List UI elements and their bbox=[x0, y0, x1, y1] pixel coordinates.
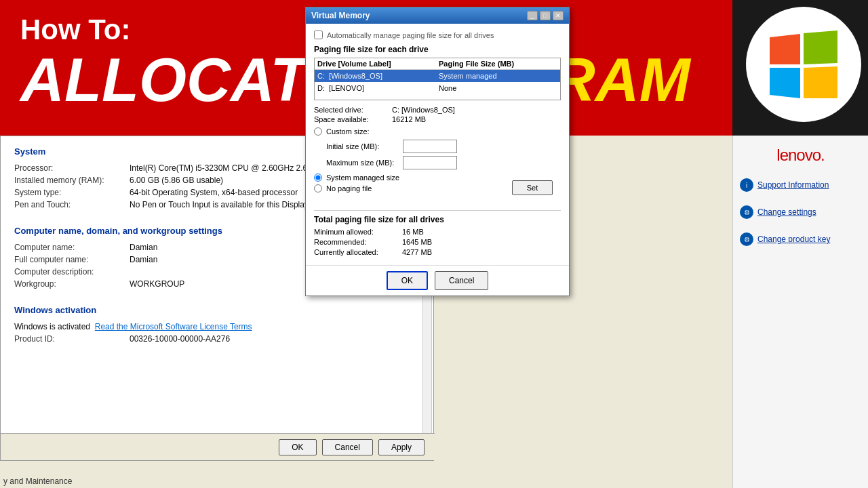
auto-manage-row: Automatically manage paging file size fo… bbox=[314, 30, 561, 39]
scrollbar[interactable] bbox=[422, 272, 432, 441]
product-id-row: Product ID: 00326-10000-00000-AA276 bbox=[14, 334, 420, 344]
drives-table-header: Drive [Volume Label] Paging File Size (M… bbox=[315, 58, 560, 70]
support-link-text: Support Information bbox=[757, 180, 829, 190]
dialog-title: Virtual Memory bbox=[311, 11, 370, 20]
selected-drive-label: Selected drive: bbox=[314, 106, 389, 114]
activation-row: Windows is activated Read the Microsoft … bbox=[14, 322, 420, 331]
initial-size-row: Initial size (MB): bbox=[326, 140, 561, 153]
total-section: Total paging file size for all drives Mi… bbox=[314, 210, 561, 256]
svg-marker-0 bbox=[770, 34, 800, 64]
bottom-left-text: y and Maintenance bbox=[0, 474, 75, 488]
change-settings-text: Change settings bbox=[757, 207, 816, 217]
full-name-value: Damian bbox=[130, 255, 157, 264]
initial-size-label: Initial size (MB): bbox=[326, 142, 397, 150]
custom-size-radio-row: Custom size: bbox=[314, 127, 561, 136]
minimum-allowed-row: Minimum allowed: 16 MB bbox=[314, 228, 561, 236]
processor-label: Processor: bbox=[14, 163, 130, 173]
dialog-footer: OK Cancel bbox=[306, 265, 569, 296]
currently-allocated-row: Currently allocated: 4277 MB bbox=[314, 248, 561, 256]
system-managed-radio[interactable] bbox=[314, 174, 322, 182]
change-settings-link[interactable]: ⚙ Change settings bbox=[740, 205, 861, 219]
description-label: Computer description: bbox=[14, 267, 130, 277]
drive-col-header: Drive [Volume Label] bbox=[315, 58, 436, 70]
product-id-value: 00326-10000-00000-AA276 bbox=[130, 334, 230, 344]
ram-value: 6.00 GB (5.86 GB usable) bbox=[130, 176, 223, 185]
activation-section-title: Windows activation bbox=[14, 305, 420, 315]
set-button[interactable]: Set bbox=[512, 180, 553, 195]
initial-size-input[interactable] bbox=[403, 140, 457, 153]
selected-drive-row: Selected drive: C: [Windows8_OS] bbox=[314, 106, 561, 114]
lenovo-logo: lenovo. bbox=[740, 146, 861, 165]
svg-marker-1 bbox=[804, 30, 837, 64]
processor-value: Intel(R) Core(TM) i5-3230M CPU @ 2.60GHz… bbox=[130, 163, 330, 173]
virtual-memory-dialog: Virtual Memory _ □ ✕ Automatically manag… bbox=[305, 7, 570, 296]
drive-row[interactable]: C: [Windows8_OS]System managed bbox=[315, 70, 560, 83]
license-link[interactable]: Read the Microsoft Software License Term… bbox=[95, 322, 252, 331]
dialog-titlebar: Virtual Memory _ □ ✕ bbox=[306, 7, 569, 24]
dialog-cancel-button[interactable]: Cancel bbox=[435, 271, 488, 290]
ram-label: Installed memory (RAM): bbox=[14, 176, 130, 185]
paging-section-label: Paging file size for each drive bbox=[314, 45, 561, 54]
drives-table-container: Drive [Volume Label] Paging File Size (M… bbox=[314, 58, 561, 100]
computer-name-label: Computer name: bbox=[14, 243, 130, 252]
cancel-button[interactable]: Cancel bbox=[322, 439, 373, 455]
computer-name-value: Damian bbox=[130, 243, 157, 252]
workgroup-value: WORKGROUP bbox=[130, 279, 184, 289]
drive-row[interactable]: D: [LENOVO]None bbox=[315, 82, 560, 94]
maximize-button[interactable]: □ bbox=[540, 11, 551, 20]
dialog-window-controls: _ □ ✕ bbox=[527, 11, 564, 20]
pen-touch-value: No Pen or Touch Input is available for t… bbox=[130, 200, 309, 209]
auto-manage-label: Automatically manage paging file size fo… bbox=[327, 31, 494, 39]
max-size-input[interactable] bbox=[403, 156, 457, 169]
bottom-bar: OK Cancel Apply bbox=[1, 433, 435, 460]
lenovo-logo-text: lenovo. bbox=[776, 146, 824, 164]
recommended-value: 1645 MB bbox=[402, 238, 432, 246]
full-name-label: Full computer name: bbox=[14, 255, 130, 264]
pen-touch-label: Pen and Touch: bbox=[14, 200, 130, 209]
svg-marker-3 bbox=[804, 66, 837, 98]
currently-allocated-value: 4277 MB bbox=[402, 248, 432, 256]
selected-drive-value: C: [Windows8_OS] bbox=[392, 106, 455, 114]
change-product-key-link[interactable]: ⚙ Change product key bbox=[740, 232, 861, 246]
no-paging-label: No paging file bbox=[326, 184, 372, 192]
windows-logo-icon bbox=[760, 20, 848, 108]
allocate-label: ALLOCATE bbox=[20, 46, 348, 114]
custom-size-radio[interactable] bbox=[314, 127, 322, 136]
drives-table: Drive [Volume Label] Paging File Size (M… bbox=[315, 58, 560, 94]
dialog-content: Automatically manage paging file size fo… bbox=[306, 24, 569, 265]
support-information-link[interactable]: i Support Information bbox=[740, 178, 861, 192]
recommended-row: Recommended: 1645 MB bbox=[314, 238, 561, 246]
auto-manage-checkbox[interactable] bbox=[314, 30, 323, 39]
ok-button[interactable]: OK bbox=[279, 439, 316, 455]
system-type-value: 64-bit Operating System, x64-based proce… bbox=[130, 188, 298, 197]
svg-marker-2 bbox=[770, 68, 800, 98]
currently-allocated-label: Currently allocated: bbox=[314, 248, 402, 256]
space-available-value: 16212 MB bbox=[392, 115, 426, 123]
windows-logo-circle bbox=[746, 7, 861, 122]
space-available-label: Space available: bbox=[314, 115, 389, 123]
right-panel: lenovo. i Support Information ⚙ Change s… bbox=[732, 136, 868, 488]
custom-size-label: Custom size: bbox=[326, 127, 370, 136]
apply-button[interactable]: Apply bbox=[378, 439, 425, 455]
dialog-ok-button[interactable]: OK bbox=[387, 271, 428, 290]
max-size-row: Maximum size (MB): bbox=[326, 156, 561, 169]
size-inputs: Initial size (MB): Maximum size (MB): bbox=[326, 140, 561, 169]
recommended-label: Recommended: bbox=[314, 238, 402, 246]
product-id-label: Product ID: bbox=[14, 334, 130, 344]
minimum-allowed-value: 16 MB bbox=[402, 228, 424, 236]
no-paging-radio[interactable] bbox=[314, 184, 322, 192]
close-button[interactable]: ✕ bbox=[553, 11, 564, 20]
paging-size-col-header: Paging File Size (MB) bbox=[436, 58, 560, 70]
change-product-text: Change product key bbox=[757, 235, 830, 244]
radio-group: Custom size: bbox=[314, 127, 561, 136]
total-section-label: Total paging file size for all drives bbox=[314, 215, 561, 224]
system-type-label: System type: bbox=[14, 188, 130, 197]
lenovo-dot: . bbox=[821, 146, 825, 164]
minimum-allowed-label: Minimum allowed: bbox=[314, 228, 402, 236]
change-product-icon: ⚙ bbox=[740, 232, 753, 246]
activation-text: Windows is activated bbox=[14, 322, 90, 331]
support-icon: i bbox=[740, 178, 753, 192]
max-size-label: Maximum size (MB): bbox=[326, 159, 397, 167]
system-managed-label: System managed size bbox=[326, 174, 399, 182]
minimize-button[interactable]: _ bbox=[527, 11, 538, 20]
